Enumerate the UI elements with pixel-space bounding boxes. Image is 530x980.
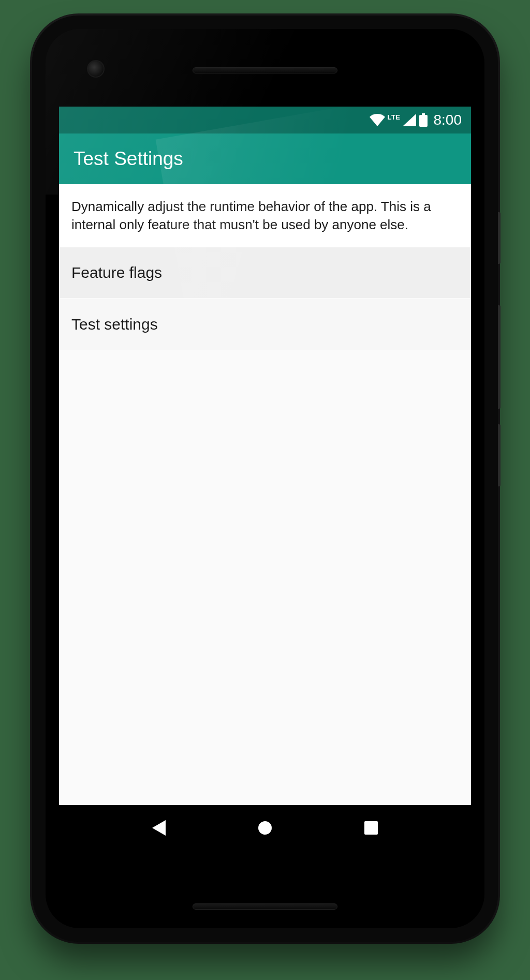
- svg-rect-3: [364, 821, 378, 835]
- svg-point-2: [258, 821, 272, 835]
- front-camera: [87, 60, 105, 78]
- list-item-feature-flags[interactable]: Feature flags: [59, 247, 471, 299]
- cellular-signal-icon: [403, 114, 416, 126]
- navigation-bar: [59, 805, 471, 851]
- recent-apps-button[interactable]: [361, 818, 381, 838]
- list-item-label: Test settings: [71, 316, 158, 333]
- side-button: [498, 424, 500, 486]
- home-button[interactable]: [255, 818, 275, 838]
- phone-inner: LTE 8:00 Test Settings Dynamically adjus…: [46, 29, 484, 928]
- wifi-icon: [370, 114, 385, 126]
- svg-rect-0: [422, 113, 425, 115]
- list-item-test-settings[interactable]: Test settings: [59, 299, 471, 351]
- phone-frame: LTE 8:00 Test Settings Dynamically adjus…: [32, 16, 498, 942]
- content-area: Dynamically adjust the runtime behavior …: [59, 184, 471, 351]
- square-recents-icon: [364, 821, 378, 835]
- side-button: [498, 305, 500, 409]
- page-title: Test Settings: [73, 148, 183, 170]
- lte-label: LTE: [387, 113, 400, 121]
- screen: LTE 8:00 Test Settings Dynamically adjus…: [59, 107, 471, 851]
- circle-home-icon: [258, 821, 272, 835]
- earpiece-speaker: [193, 67, 337, 73]
- side-button: [498, 212, 500, 264]
- list-item-label: Feature flags: [71, 264, 162, 281]
- svg-rect-1: [419, 115, 428, 127]
- triangle-back-icon: [152, 820, 166, 836]
- app-bar: Test Settings: [59, 133, 471, 184]
- back-button[interactable]: [149, 818, 169, 838]
- battery-icon: [419, 113, 428, 127]
- status-bar: LTE 8:00: [59, 107, 471, 133]
- bottom-speaker: [193, 903, 337, 910]
- description-text: Dynamically adjust the runtime behavior …: [59, 184, 471, 247]
- status-time: 8:00: [434, 112, 462, 128]
